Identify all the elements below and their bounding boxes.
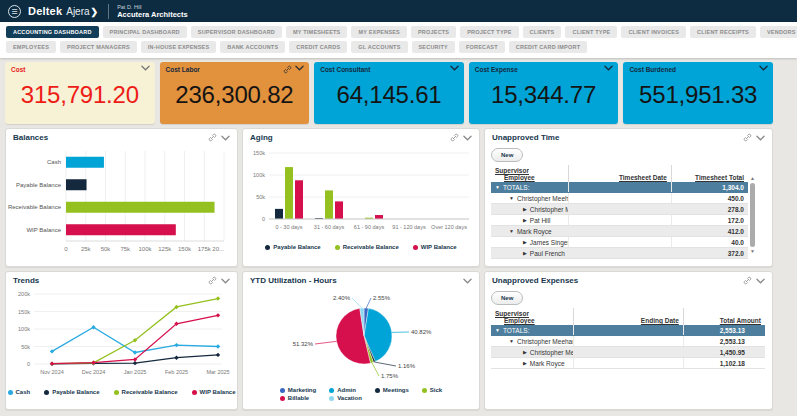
expand-arrow-icon[interactable]: ▶ xyxy=(523,251,527,256)
collapse-arrow-icon[interactable]: ▼ xyxy=(495,185,500,190)
kpi-card[interactable]: Cost315,791.20 xyxy=(5,62,155,124)
new-button[interactable]: New xyxy=(491,148,523,162)
scroll-up-icon[interactable]: ▲ xyxy=(750,176,755,181)
nav-tab[interactable]: FORECAST xyxy=(459,41,505,53)
link-icon[interactable] xyxy=(208,276,217,285)
link-icon[interactable] xyxy=(283,65,292,74)
scrollbar-thumb[interactable] xyxy=(750,183,755,247)
table-row[interactable]: ▼Mark Royce412.0 xyxy=(491,226,748,237)
chevron-icon[interactable] xyxy=(463,278,472,284)
nav-tab[interactable]: PROJECTS xyxy=(411,26,456,38)
nav-tab[interactable]: IN-HOUSE EXPENSES xyxy=(141,41,216,53)
nav-tab[interactable]: ACCOUNTING DASHBOARD xyxy=(6,26,99,38)
table-row[interactable]: ▼TOTALS:1,304.0 xyxy=(491,182,748,193)
chevron-icon[interactable] xyxy=(756,135,765,141)
svg-text:Dec 2024: Dec 2024 xyxy=(82,369,106,375)
nav-tab[interactable]: MY EXPENSES xyxy=(351,26,407,38)
nav-tab[interactable]: CREDIT CARDS xyxy=(289,41,347,53)
table-row[interactable]: ▶Pat Hill172.0 xyxy=(491,215,748,226)
row-label: Paul French xyxy=(530,250,565,257)
column-header-total-amount[interactable]: Total Amount xyxy=(720,317,761,324)
chevron-icon[interactable] xyxy=(221,135,230,141)
table-row[interactable]: ▼TOTALS:2,553.13 xyxy=(491,325,765,336)
column-header-timesheet-total[interactable]: Timesheet Total xyxy=(695,174,744,181)
kpi-card[interactable]: Cost Consultant64,145.61 xyxy=(314,62,464,124)
column-header-supervisor[interactable]: Supervisor xyxy=(495,310,529,317)
nav-tab[interactable]: SECURITY xyxy=(412,41,455,53)
balances-bar-chart[interactable]: 025k50k75k100k125k150k175k20...CashPayab… xyxy=(6,143,233,263)
aging-bar-chart[interactable]: 050k100k150k0 - 30 days31 - 60 days61 - … xyxy=(243,143,475,243)
table-header: Supervisor Employee Timesheet Date Times… xyxy=(491,165,748,182)
kpi-card[interactable]: Cost Burdened551,951.33 xyxy=(623,62,773,124)
chevron-icon[interactable] xyxy=(463,135,472,141)
chevron-icon[interactable] xyxy=(295,65,304,74)
chevron-icon[interactable] xyxy=(759,65,768,71)
column-header-employee[interactable]: Employee xyxy=(504,174,535,181)
chevron-icon[interactable] xyxy=(221,278,230,284)
column-header-ending-date[interactable]: Ending Date xyxy=(641,317,679,324)
collapse-arrow-icon[interactable]: ▼ xyxy=(509,229,514,234)
chevron-icon[interactable] xyxy=(604,65,613,71)
nav-tab[interactable]: PRINCIPAL DASHBOARD xyxy=(103,26,187,38)
kpi-card[interactable]: Cost Labor236,300.82 xyxy=(160,62,310,124)
expand-arrow-icon[interactable]: ▶ xyxy=(523,350,527,355)
svg-text:100k: 100k xyxy=(253,172,265,178)
brand-arrow-icon: ❯ xyxy=(91,7,99,17)
table-row[interactable]: ▼Christopher Meehan450.0 xyxy=(491,193,748,204)
legend-item: Receivable Balance xyxy=(114,389,178,395)
collapse-arrow-icon[interactable]: ▼ xyxy=(509,196,514,201)
table-row[interactable]: ▶Mark Royce1,102.18 xyxy=(491,358,765,369)
link-icon[interactable] xyxy=(208,133,217,142)
expand-arrow-icon[interactable]: ▶ xyxy=(523,361,527,366)
legend-item: Billable xyxy=(280,395,316,401)
scrollbar[interactable]: ▲ ▼ xyxy=(748,176,757,254)
new-button[interactable]: New xyxy=(491,291,523,305)
expand-arrow-icon[interactable]: ▶ xyxy=(523,218,527,223)
nav-tab[interactable]: GL ACCOUNTS xyxy=(351,41,407,53)
svg-text:125k: 125k xyxy=(158,246,172,252)
panel-unapproved-time: Unapproved Time New Supervisor Employee … xyxy=(484,128,773,267)
hamburger-menu-icon[interactable]: ☰ xyxy=(8,5,21,18)
chevron-icon[interactable] xyxy=(450,65,459,71)
column-header-timesheet-date[interactable]: Timesheet Date xyxy=(619,174,667,181)
table-row[interactable]: ▶James Singer40.0 xyxy=(491,237,748,248)
scroll-down-icon[interactable]: ▼ xyxy=(750,249,755,254)
kpi-value: 315,791.20 xyxy=(11,70,149,120)
nav-tab[interactable]: PROJECT MANAGERS xyxy=(60,41,137,53)
chevron-icon[interactable] xyxy=(756,278,765,284)
nav-tab[interactable]: PROJECT TYPE xyxy=(460,26,518,38)
nav-tab[interactable]: VENDORS xyxy=(760,26,797,38)
column-header-employee[interactable]: Employee xyxy=(504,317,535,324)
table-row[interactable]: ▶Christopher Meehan278.0 xyxy=(491,204,748,215)
expand-arrow-icon[interactable]: ▶ xyxy=(523,240,527,245)
nav-tab[interactable]: CLIENT RECEIPTS xyxy=(690,26,756,38)
row-total: 372.0 xyxy=(728,250,744,257)
collapse-arrow-icon[interactable]: ▼ xyxy=(495,328,500,333)
nav-tab[interactable]: CLIENT TYPE xyxy=(565,26,617,38)
trends-line-chart[interactable]: 050k100k150k200kNov 2024Dec 2024Jan 2025… xyxy=(6,286,233,388)
kpi-card[interactable]: Cost Expense15,344.77 xyxy=(469,62,619,124)
table-row[interactable]: ▼Christopher Meehan2,553.13 xyxy=(491,336,765,347)
nav-tab[interactable]: CLIENTS xyxy=(523,26,562,38)
table-row[interactable]: ▶Christopher Meehan1,450.95 xyxy=(491,347,765,358)
nav-tab[interactable]: SUPERVISOR DASHBOARD xyxy=(191,26,282,38)
legend-item: Payable Balance xyxy=(44,389,99,395)
link-icon[interactable] xyxy=(743,276,752,285)
chevron-icon[interactable] xyxy=(141,65,150,71)
user-company-block[interactable]: Pat D. Hill Accutera Architects xyxy=(117,4,188,19)
table-row[interactable]: ▶Paul French372.0 xyxy=(491,248,748,259)
nav-tab[interactable]: CREDIT CARD IMPORT xyxy=(509,41,587,53)
nav-tab[interactable]: CLIENT INVOICES xyxy=(621,26,686,38)
svg-text:100k: 100k xyxy=(138,246,152,252)
link-icon[interactable] xyxy=(743,133,752,142)
nav-tab[interactable]: MY TIMESHEETS xyxy=(286,26,347,38)
nav-tab[interactable]: BANK ACCOUNTS xyxy=(220,41,285,53)
svg-text:Payable Balance: Payable Balance xyxy=(16,182,62,188)
ytd-utilization-pie-chart[interactable]: 2.55%40.82%1.16%1.75%51.32%2.40% xyxy=(243,286,475,386)
svg-text:150k: 150k xyxy=(253,150,265,156)
nav-tab[interactable]: EMPLOYEES xyxy=(6,41,56,53)
link-icon[interactable] xyxy=(450,133,459,142)
expand-arrow-icon[interactable]: ▶ xyxy=(523,207,527,212)
column-header-supervisor[interactable]: Supervisor xyxy=(495,167,529,174)
collapse-arrow-icon[interactable]: ▼ xyxy=(509,339,514,344)
